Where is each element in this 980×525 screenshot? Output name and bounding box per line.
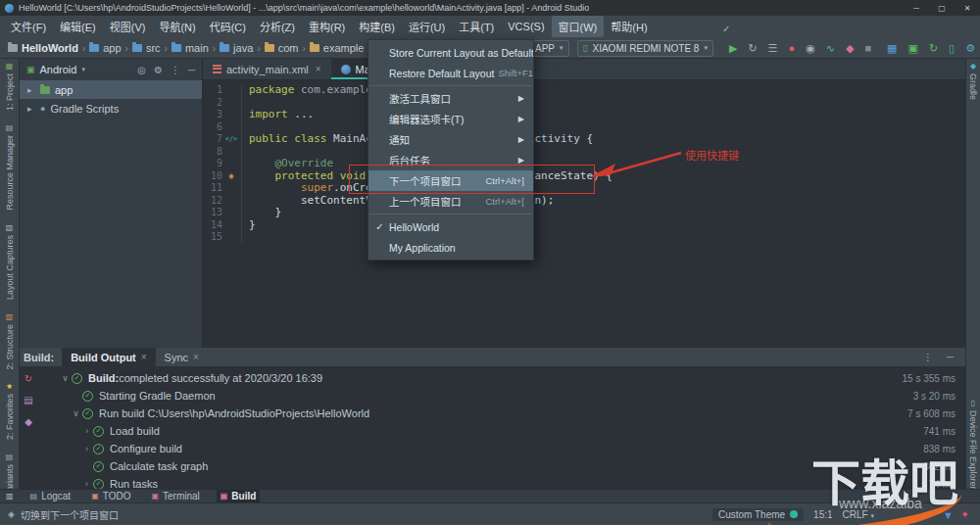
build-tab-build-output[interactable]: Build Output× [62, 348, 155, 366]
layout-captures-icon: ▧ [6, 224, 14, 232]
filter-icon[interactable]: ▤ [24, 395, 32, 406]
menubar-item-8[interactable]: 运行(U) [402, 16, 452, 37]
tool-stripe-gradle[interactable]: ◆ Gradle [968, 63, 978, 100]
hide-panel-icon[interactable]: ─ [947, 352, 954, 362]
close-button[interactable]: ✕ [955, 0, 980, 16]
menubar-item-10[interactable]: VCS(S) [501, 18, 551, 35]
window-menu-item-0[interactable]: Store Current Layout as Default [368, 42, 533, 63]
window-menu-item-10[interactable]: ✓HelloWorld [368, 216, 533, 237]
code-gutter-icon[interactable]: </> [222, 133, 240, 146]
build-row-3[interactable]: ›✓Load build741 ms [39, 422, 965, 440]
device-manager-icon[interactable]: ▯ [949, 43, 955, 54]
more-options-icon[interactable]: ⋮ [171, 65, 180, 75]
breadcrumb-item-app[interactable]: app [89, 42, 121, 54]
settings-icon[interactable]: ⚙ [154, 65, 163, 75]
tool-stripe-resource-manager[interactable]: ▤Resource Manager [5, 124, 15, 211]
menubar-item-1[interactable]: 编辑(E) [53, 16, 103, 37]
menubar-item-12[interactable]: 帮助(H) [604, 16, 654, 37]
breadcrumb-item-helloworld[interactable]: HelloWorld [8, 42, 78, 54]
breadcrumb-item-com[interactable]: com [265, 42, 299, 54]
menubar-item-2[interactable]: 视图(V) [103, 16, 153, 37]
pin-icon[interactable]: ◆ [846, 43, 854, 54]
device-select[interactable]: ▯ XIAOMI REDMI NOTE 8 ▾ [577, 40, 713, 57]
profile-icon[interactable]: ● [788, 43, 795, 54]
more-options-icon[interactable]: ⋮ [923, 352, 933, 362]
window-menu-item-8[interactable]: 上一个项目窗口Ctrl+Alt+[ [368, 191, 533, 212]
tool-window-toggle-icon[interactable]: ▥ [6, 492, 14, 501]
chevron-right-icon: ▸ [27, 104, 35, 114]
restart-build-icon[interactable]: ↻ [24, 373, 32, 384]
attach-debugger-icon[interactable]: ◉ [806, 43, 815, 54]
layout-inspector-icon[interactable]: ▦ [887, 43, 897, 54]
tool-window-button-build[interactable]: ▣Build [217, 490, 261, 502]
tree-chevron-icon[interactable]: ∨ [70, 408, 82, 418]
menubar-item-6[interactable]: 重构(R) [302, 16, 352, 37]
close-icon[interactable]: × [141, 352, 147, 362]
build-variants-icon: ▤ [6, 453, 14, 461]
tool-stripe-2-favorites[interactable]: ★2: Favorites [5, 383, 15, 440]
tree-item-gradle-scripts[interactable]: ▸●Gradle Scripts [20, 99, 202, 118]
code-line-15: 15 [203, 231, 965, 244]
chevron-right-icon: › [213, 43, 216, 54]
run-configurations-icon[interactable]: ☰ [768, 43, 778, 54]
emulator-icon[interactable]: ▣ [907, 43, 917, 54]
close-icon[interactable]: × [193, 352, 199, 362]
menubar-item-0[interactable]: 文件(F) [4, 16, 53, 37]
window-menu-item-4[interactable]: 编辑器选项卡(T)▶ [368, 109, 533, 129]
menubar-item-3[interactable]: 导航(N) [152, 16, 202, 37]
build-row-1[interactable]: ✓Starting Gradle Daemon3 s 20 ms [39, 387, 965, 405]
window-menu-item-1[interactable]: Restore Default LayoutShift+F12 [368, 63, 533, 83]
tool-stripe-1-project[interactable]: ▦1: Project [5, 63, 15, 111]
run-icon[interactable]: ▶ [729, 43, 737, 54]
menubar-item-5[interactable]: 分析(Z) [253, 16, 302, 37]
todo-icon: ▣ [91, 492, 99, 501]
editor-tab-activity-main-xml[interactable]: activity_main.xml× [203, 59, 331, 79]
close-icon[interactable]: × [316, 64, 321, 74]
build-row-2[interactable]: ∨✓Run build C:\Users\hp\AndroidStudioPro… [39, 405, 965, 422]
tool-stripe-2-structure[interactable]: ▥2: Structure [5, 313, 15, 370]
window-menu-item-11[interactable]: My Application [368, 237, 533, 258]
breadcrumb-item-src[interactable]: src [132, 42, 161, 54]
pin-tab-icon[interactable]: ◆ [24, 416, 32, 427]
tool-stripe-build-variants[interactable]: ▤Build Variants [5, 453, 15, 489]
tree-chevron-icon[interactable]: › [80, 479, 93, 489]
apply-changes-icon[interactable]: ↻ [748, 43, 757, 54]
tool-windows-icon[interactable]: ◈ [8, 509, 15, 519]
menubar-item-11[interactable]: 窗口(W) [552, 16, 605, 37]
build-row-0[interactable]: ∨✓Build: completed successfully at 2020/… [39, 369, 965, 387]
tool-stripe-device-file-explorer[interactable]: ▯ Device File Explorer [968, 400, 978, 490]
maximize-button[interactable]: ▢ [929, 0, 955, 16]
project-view-selector[interactable]: Android [40, 64, 77, 75]
breadcrumb-item-example[interactable]: example [310, 42, 365, 54]
breadcrumb-item-main[interactable]: main [172, 42, 209, 54]
sdk-manager-icon[interactable]: ⚙ [965, 43, 975, 54]
structure-icon: ▥ [6, 313, 14, 321]
tree-chevron-icon[interactable]: › [80, 444, 93, 453]
window-menu-item-3[interactable]: 激活工具窗口▶ [368, 88, 533, 109]
tool-window-button-todo[interactable]: ▣TODO [87, 490, 134, 502]
window-menu-item-5[interactable]: 通知▶ [368, 129, 533, 150]
menubar-item-7[interactable]: 构建(B) [352, 16, 402, 37]
override-gutter-icon[interactable]: ◉ [222, 170, 240, 183]
terminal-icon: ▣ [151, 492, 159, 501]
tree-chevron-icon[interactable]: ∨ [59, 373, 72, 383]
gradle-sync-icon[interactable]: ↻ [929, 43, 938, 54]
tool-window-button-terminal[interactable]: ▣Terminal [147, 490, 203, 502]
tool-window-button-logcat[interactable]: ▤Logcat [26, 490, 75, 502]
hide-panel-icon[interactable]: ─ [188, 65, 195, 75]
run-config-select[interactable]: APP ▾ [529, 40, 569, 57]
breadcrumb-item-java[interactable]: java [220, 42, 253, 54]
success-check-icon: ✓ [93, 479, 104, 490]
submenu-arrow-icon: ▶ [518, 156, 524, 165]
stop-icon[interactable]: ■ [864, 43, 871, 54]
menubar-item-4[interactable]: 代码(C) [203, 16, 253, 37]
tree-chevron-icon[interactable]: › [80, 426, 93, 436]
build-tab-sync[interactable]: Sync× [156, 348, 208, 366]
minimize-button[interactable]: ─ [904, 0, 929, 16]
menubar-item-9[interactable]: 工具(T) [452, 16, 501, 37]
locate-file-icon[interactable]: ◎ [137, 65, 146, 75]
tool-stripe-layout-captures[interactable]: ▧Layout Captures [5, 224, 15, 300]
profiler-icon[interactable]: ∿ [826, 43, 835, 54]
tree-item-app[interactable]: ▸app [20, 80, 202, 99]
right-tool-stripe: ◆ Gradle ▯ Device File Explorer [965, 59, 980, 489]
